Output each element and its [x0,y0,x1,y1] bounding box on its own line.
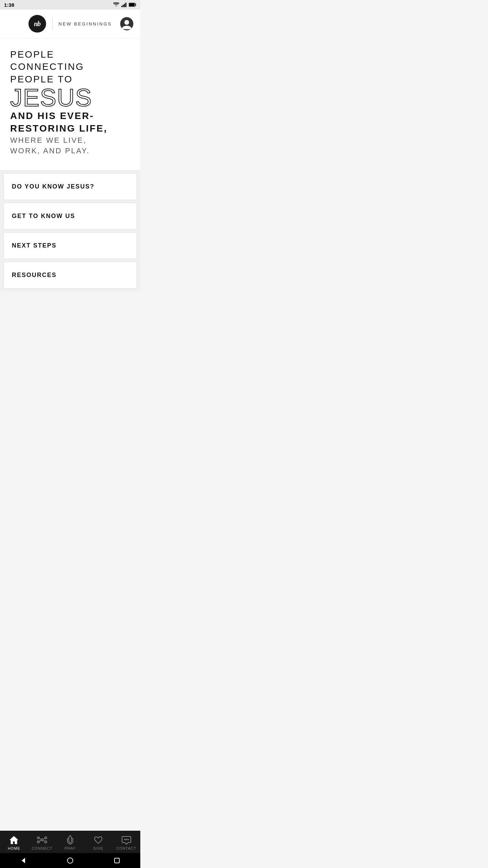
status-bar: 1:38 [0,0,140,9]
card-next-steps[interactable]: NEXT STEPS [3,232,137,259]
battery-icon [129,3,136,7]
profile-icon[interactable] [120,17,134,31]
signal-icon [121,2,127,7]
logo-container: nb NEW BEGINNINGS [28,15,112,33]
hero-light: WHERE WE LIVE, WORK, AND PLAY. [10,135,130,156]
card-title-resources: RESOURCES [12,272,57,278]
card-resources[interactable]: RESOURCES [3,262,137,289]
cards-section: DO YOU KNOW JESUS? GET TO KNOW US NEXT S… [0,170,140,292]
card-know-us[interactable]: GET TO KNOW US [3,203,137,230]
card-title-know-jesus: DO YOU KNOW JESUS? [12,183,95,190]
wifi-icon [113,2,119,7]
svg-rect-2 [124,4,125,7]
svg-rect-1 [123,5,124,7]
logo-text: NEW BEGINNINGS [59,21,112,26]
hero-jesus: JESUS [10,85,130,110]
card-title-next-steps: NEXT STEPS [12,242,57,249]
card-know-jesus[interactable]: DO YOU KNOW JESUS? [3,173,137,200]
hero-section: PEOPLE CONNECTING PEOPLE TO JESUS AND HI… [0,38,140,170]
svg-rect-0 [121,6,122,7]
hero-bold: AND HIS EVER- RESTORING LIFE, [10,110,130,135]
logo-divider [52,18,53,30]
header: nb NEW BEGINNINGS [0,9,140,38]
svg-point-8 [124,20,129,25]
svg-rect-5 [129,3,135,6]
svg-rect-3 [125,3,126,7]
card-title-know-us: GET TO KNOW US [12,213,75,219]
status-time: 1:38 [4,2,14,8]
svg-rect-6 [136,4,136,6]
hero-line1: PEOPLE CONNECTING PEOPLE TO [10,48,130,85]
logo-circle: nb [28,15,46,33]
status-icons [113,2,136,7]
logo-initials: nb [34,20,40,28]
